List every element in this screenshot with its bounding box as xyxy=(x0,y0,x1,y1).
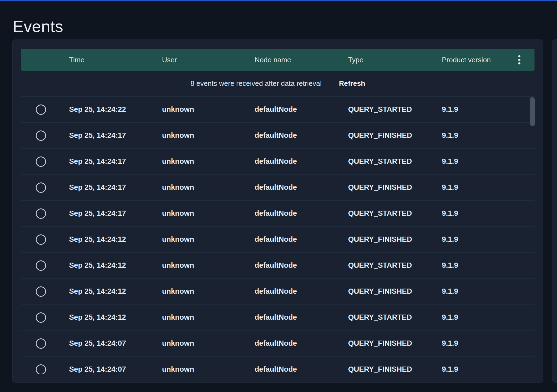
table-row[interactable]: Sep 25, 14:24:17 unknown defaultNode QUE… xyxy=(21,175,535,201)
header-cell-type: Type xyxy=(348,56,442,64)
row-node-name: defaultNode xyxy=(255,105,348,114)
row-user: unknown xyxy=(162,183,255,192)
row-product-version: 9.1.9 xyxy=(442,235,535,244)
row-product-version: 9.1.9 xyxy=(442,261,535,270)
table-row[interactable]: Sep 25, 14:24:07 unknown defaultNode QUE… xyxy=(21,331,535,357)
vertical-scrollbar-thumb[interactable] xyxy=(530,97,535,126)
row-node-name: defaultNode xyxy=(255,131,348,140)
row-select-cell xyxy=(21,312,69,323)
kebab-dot xyxy=(518,55,520,57)
row-product-version: 9.1.9 xyxy=(442,313,535,322)
table-row[interactable]: Sep 25, 14:24:17 unknown defaultNode QUE… xyxy=(21,123,535,149)
row-node-name: defaultNode xyxy=(255,287,348,296)
row-product-version: 9.1.9 xyxy=(442,105,535,114)
row-user: unknown xyxy=(162,261,255,270)
row-type: QUERY_FINISHED xyxy=(348,131,442,140)
row-product-version: 9.1.9 xyxy=(442,131,535,140)
row-type: QUERY_FINISHED xyxy=(348,287,442,296)
header-cell-time: Time xyxy=(69,56,162,64)
row-select-radio[interactable] xyxy=(36,286,46,297)
row-time: Sep 25, 14:24:17 xyxy=(69,209,162,218)
new-events-message: 8 events were received after data retrie… xyxy=(190,79,322,88)
row-select-cell xyxy=(21,208,69,219)
row-type: QUERY_STARTED xyxy=(348,261,442,270)
row-user: unknown xyxy=(162,235,255,244)
row-select-radio[interactable] xyxy=(36,208,46,219)
row-select-radio[interactable] xyxy=(36,364,46,374)
header-cell-product-version: Product version xyxy=(442,54,535,66)
row-node-name: defaultNode xyxy=(255,157,348,166)
row-user: unknown xyxy=(162,131,255,140)
table-row[interactable]: Sep 25, 14:24:07 unknown defaultNode QUE… xyxy=(21,357,535,374)
row-type: QUERY_STARTED xyxy=(348,157,442,166)
row-user: unknown xyxy=(162,287,255,296)
row-select-cell xyxy=(21,338,69,349)
kebab-dot xyxy=(518,62,520,64)
row-select-cell xyxy=(21,234,69,245)
row-node-name: defaultNode xyxy=(255,261,348,270)
row-time: Sep 25, 14:24:12 xyxy=(69,313,162,322)
row-time: Sep 25, 14:24:07 xyxy=(69,339,162,348)
refresh-button[interactable]: Refresh xyxy=(339,79,365,88)
row-select-radio[interactable] xyxy=(36,234,46,245)
top-accent-bar xyxy=(0,0,557,1)
table-row[interactable]: Sep 25, 14:24:12 unknown defaultNode QUE… xyxy=(21,253,535,279)
row-time: Sep 25, 14:24:22 xyxy=(69,105,162,114)
row-select-cell xyxy=(21,104,69,115)
row-node-name: defaultNode xyxy=(255,313,348,322)
row-node-name: defaultNode xyxy=(255,235,348,244)
table-row[interactable]: Sep 25, 14:24:12 unknown defaultNode QUE… xyxy=(21,305,535,331)
table-row[interactable]: Sep 25, 14:24:12 unknown defaultNode QUE… xyxy=(21,279,535,305)
row-user: unknown xyxy=(162,365,255,374)
row-type: QUERY_STARTED xyxy=(348,209,442,218)
row-time: Sep 25, 14:24:17 xyxy=(69,157,162,166)
row-user: unknown xyxy=(162,105,255,114)
events-card: Time User Node name Type Product version… xyxy=(12,40,543,383)
row-user: unknown xyxy=(162,313,255,322)
row-select-cell xyxy=(21,182,69,193)
row-select-cell xyxy=(21,364,69,374)
row-select-radio[interactable] xyxy=(36,338,46,349)
row-time: Sep 25, 14:24:17 xyxy=(69,131,162,140)
row-select-radio[interactable] xyxy=(36,260,46,271)
table-row[interactable]: Sep 25, 14:24:12 unknown defaultNode QUE… xyxy=(21,227,535,253)
row-type: QUERY_FINISHED xyxy=(348,235,442,244)
row-node-name: defaultNode xyxy=(255,339,348,348)
row-select-cell xyxy=(21,130,69,141)
row-select-radio[interactable] xyxy=(36,182,46,193)
row-time: Sep 25, 14:24:12 xyxy=(69,287,162,296)
table-row[interactable]: Sep 25, 14:24:22 unknown defaultNode QUE… xyxy=(21,97,535,123)
row-time: Sep 25, 14:24:07 xyxy=(69,365,162,374)
row-product-version: 9.1.9 xyxy=(442,157,535,166)
row-node-name: defaultNode xyxy=(255,209,348,218)
row-select-cell xyxy=(21,286,69,297)
row-select-cell xyxy=(21,156,69,167)
kebab-dot xyxy=(518,59,520,61)
table-row[interactable]: Sep 25, 14:24:17 unknown defaultNode QUE… xyxy=(21,201,535,227)
page-title: Events xyxy=(13,18,63,35)
row-time: Sep 25, 14:24:12 xyxy=(69,235,162,244)
row-node-name: defaultNode xyxy=(255,365,348,374)
row-type: QUERY_FINISHED xyxy=(348,339,442,348)
row-user: unknown xyxy=(162,339,255,348)
row-select-radio[interactable] xyxy=(36,312,46,323)
row-user: unknown xyxy=(162,157,255,166)
row-product-version: 9.1.9 xyxy=(442,287,535,296)
kebab-menu-icon[interactable] xyxy=(517,54,522,66)
row-product-version: 9.1.9 xyxy=(442,365,535,374)
row-user: unknown xyxy=(162,209,255,218)
new-events-banner: 8 events were received after data retrie… xyxy=(21,71,535,97)
row-select-radio[interactable] xyxy=(36,156,46,167)
header-cell-node-name: Node name xyxy=(255,56,348,64)
row-select-radio[interactable] xyxy=(36,130,46,141)
row-select-cell xyxy=(21,260,69,271)
header-cell-user: User xyxy=(162,56,255,64)
row-select-radio[interactable] xyxy=(36,104,46,115)
row-product-version: 9.1.9 xyxy=(442,339,535,348)
row-node-name: defaultNode xyxy=(255,183,348,192)
table-row[interactable]: Sep 25, 14:24:17 unknown defaultNode QUE… xyxy=(21,149,535,175)
row-product-version: 9.1.9 xyxy=(442,209,535,218)
adjacent-panel xyxy=(552,40,557,383)
events-rows-viewport: Sep 25, 14:24:22 unknown defaultNode QUE… xyxy=(21,97,535,374)
row-product-version: 9.1.9 xyxy=(442,183,535,192)
